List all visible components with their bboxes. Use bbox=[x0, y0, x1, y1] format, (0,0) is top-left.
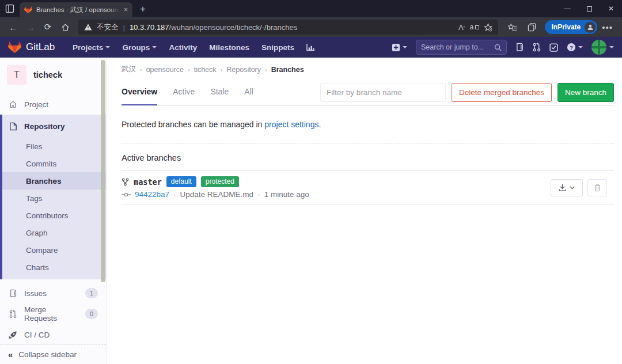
branch-filter-input[interactable] bbox=[320, 83, 446, 102]
sidebar-item-issues[interactable]: Issues 1 bbox=[0, 283, 106, 304]
breadcrumb-separator: › bbox=[140, 66, 142, 73]
sidebar-item-contributors[interactable]: Contributors bbox=[2, 207, 106, 224]
url-text[interactable]: 10.3.70.187/wuhan/opensource/ticheck/-/b… bbox=[130, 23, 454, 32]
page-body: T ticheck Project Repository Files Commi… bbox=[0, 58, 622, 364]
sidebar-item-compare[interactable]: Compare bbox=[2, 241, 106, 259]
gitlab-tanuki-icon bbox=[8, 41, 21, 54]
browser-tab[interactable]: Branches · 武汉 / opensource / ti × bbox=[20, 2, 132, 17]
sidebar-item-label: Project bbox=[24, 100, 48, 109]
branch-name-link[interactable]: master bbox=[134, 177, 162, 187]
maximize-button[interactable] bbox=[578, 0, 600, 17]
breadcrumb-separator: › bbox=[221, 66, 223, 73]
sidebar-item-files[interactable]: Files bbox=[2, 138, 106, 155]
security-warning-label[interactable]: 不安全 bbox=[97, 22, 119, 32]
profile-avatar bbox=[585, 22, 596, 33]
nav-projects[interactable]: Projects bbox=[73, 43, 110, 52]
home-icon[interactable] bbox=[56, 23, 74, 32]
commit-time: 1 minute ago bbox=[264, 190, 309, 199]
breadcrumb-separator: › bbox=[265, 66, 267, 73]
download-dropdown-button[interactable] bbox=[551, 179, 583, 196]
vertical-tabs-icon[interactable] bbox=[0, 4, 20, 13]
dot-separator: · bbox=[257, 190, 260, 199]
sidebar-item-graph[interactable]: Graph bbox=[2, 224, 106, 241]
browser-toolbar: ← → ⟳ 不安全 | 10.3.70.187/wuhan/opensource… bbox=[0, 17, 622, 37]
commit-sha-link[interactable]: 94422ba7 bbox=[135, 190, 169, 199]
chevron-down-icon bbox=[152, 46, 157, 48]
todos-icon[interactable] bbox=[549, 43, 558, 52]
minimize-button[interactable]: — bbox=[556, 0, 578, 17]
breadcrumb-branches: Branches bbox=[271, 66, 304, 74]
tab-close-icon[interactable]: × bbox=[124, 6, 128, 13]
forward-icon: → bbox=[22, 22, 39, 32]
sidebar-item-branches[interactable]: Branches bbox=[2, 172, 106, 189]
project-avatar: T bbox=[7, 65, 26, 85]
sidebar-item-project[interactable]: Project bbox=[0, 94, 106, 115]
issues-icon[interactable] bbox=[515, 43, 524, 52]
add-favorite-icon[interactable] bbox=[484, 23, 492, 32]
search-input[interactable] bbox=[421, 43, 494, 51]
search-icon bbox=[494, 44, 502, 51]
chevron-down-icon bbox=[403, 46, 407, 48]
project-sidebar: T ticheck Project Repository Files Commi… bbox=[0, 58, 107, 364]
tab-overview[interactable]: Overview bbox=[122, 79, 157, 105]
global-search[interactable] bbox=[416, 40, 507, 55]
nav-groups[interactable]: Groups bbox=[122, 43, 157, 52]
help-menu[interactable]: ? bbox=[567, 43, 583, 52]
close-button[interactable]: ✕ bbox=[600, 0, 622, 17]
read-aloud-icon[interactable]: Aⁿ bbox=[458, 23, 465, 32]
breadcrumb-subgroup[interactable]: opensource bbox=[146, 66, 184, 74]
branch-info: master default protected 94422ba7 · Upda… bbox=[122, 176, 551, 199]
merge-request-icon bbox=[8, 310, 18, 318]
favorites-bar-icon[interactable] bbox=[508, 23, 517, 32]
address-bar[interactable]: 不安全 | 10.3.70.187/wuhan/opensource/tiche… bbox=[78, 20, 498, 35]
sidebar-item-repository[interactable]: Repository bbox=[2, 115, 106, 138]
sidebar-item-commits[interactable]: Commits bbox=[2, 155, 106, 172]
merge-request-icon[interactable] bbox=[533, 43, 541, 52]
project-settings-link[interactable]: project settings bbox=[264, 120, 318, 129]
window-controls: — ✕ bbox=[556, 0, 622, 17]
rocket-icon bbox=[8, 331, 18, 339]
project-header[interactable]: T ticheck bbox=[0, 58, 106, 94]
collapse-chevrons-icon: « bbox=[8, 350, 13, 359]
collapse-sidebar-button[interactable]: « Collapse sidebar bbox=[0, 344, 106, 364]
delete-merged-branches-button[interactable]: Delete merged branches bbox=[452, 83, 552, 102]
sidebar-item-label: Merge Requests bbox=[24, 305, 79, 323]
inprivate-badge[interactable]: InPrivate bbox=[545, 20, 598, 34]
tab-all[interactable]: All bbox=[244, 79, 253, 105]
mr-count-badge: 0 bbox=[85, 309, 98, 319]
new-branch-button[interactable]: New branch bbox=[557, 83, 614, 102]
download-icon bbox=[559, 184, 566, 192]
user-avatar bbox=[591, 40, 606, 55]
tab-active[interactable]: Active bbox=[173, 79, 195, 105]
branch-icon bbox=[122, 178, 129, 186]
breadcrumb-group[interactable]: 武汉 bbox=[122, 65, 136, 74]
breadcrumb: 武汉 › opensource › ticheck › Repository ›… bbox=[122, 58, 614, 74]
tab-stale[interactable]: Stale bbox=[210, 79, 229, 105]
sidebar-item-cicd[interactable]: CI / CD bbox=[0, 324, 106, 345]
nav-milestones[interactable]: Milestones bbox=[209, 43, 249, 52]
translate-icon[interactable]: a bbox=[470, 23, 479, 31]
browser-menu-icon[interactable]: ••• bbox=[602, 22, 613, 32]
new-menu-button[interactable] bbox=[392, 43, 407, 52]
chart-icon[interactable] bbox=[306, 43, 315, 51]
sidebar-scrollbar[interactable] bbox=[101, 60, 105, 282]
delete-branch-button bbox=[587, 179, 607, 196]
breadcrumb-repository[interactable]: Repository bbox=[226, 66, 261, 74]
gitlab-logo[interactable]: GitLab bbox=[8, 41, 55, 54]
breadcrumb-project[interactable]: ticheck bbox=[194, 66, 217, 74]
nav-activity[interactable]: Activity bbox=[169, 43, 197, 52]
notice-period: . bbox=[318, 120, 321, 129]
sidebar-item-merge-requests[interactable]: Merge Requests 0 bbox=[0, 304, 106, 324]
security-warning-icon bbox=[84, 24, 92, 31]
new-tab-button[interactable]: + bbox=[140, 4, 146, 14]
nav-snippets[interactable]: Snippets bbox=[261, 43, 294, 52]
branch-row-controls bbox=[551, 179, 607, 196]
sidebar-item-tags[interactable]: Tags bbox=[2, 189, 106, 207]
refresh-icon[interactable]: ⟳ bbox=[39, 22, 56, 32]
user-menu[interactable] bbox=[591, 40, 614, 55]
sidebar-item-charts[interactable]: Charts bbox=[2, 259, 106, 276]
navbar-right: ? bbox=[392, 40, 614, 55]
chevron-down-icon bbox=[570, 186, 575, 189]
collections-icon[interactable] bbox=[528, 23, 536, 32]
back-icon[interactable]: ← bbox=[5, 22, 22, 32]
